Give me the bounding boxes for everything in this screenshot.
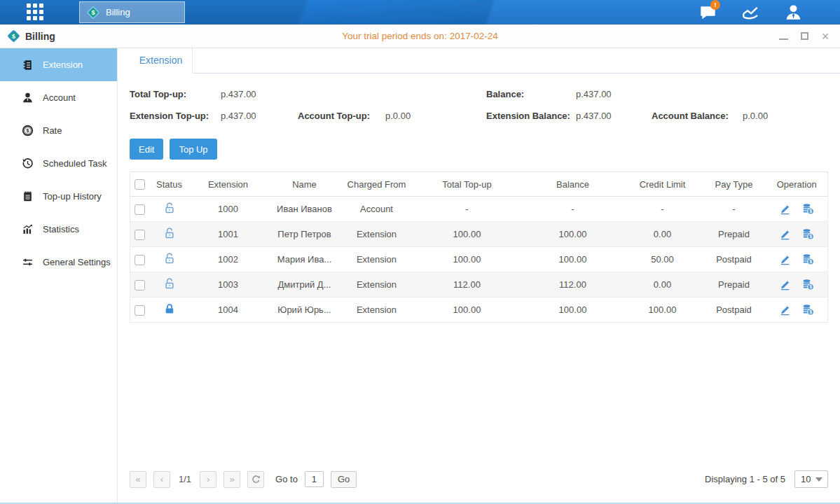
column-header-charged-from: Charged From [342, 172, 412, 197]
row-checkbox[interactable] [135, 204, 145, 215]
sidebar-item-rate[interactable]: $ Rate [0, 114, 117, 147]
sidebar-item-topup-history[interactable]: Top-up History [0, 180, 117, 213]
status-lock-icon [163, 277, 176, 290]
sidebar-item-extension[interactable]: Extension [0, 48, 117, 81]
sidebar-item-account[interactable]: Account [0, 81, 117, 114]
taskbar-tab-billing[interactable]: $ Billing [79, 1, 185, 23]
svg-text:$: $ [809, 234, 812, 239]
balance-summary: Total Top-up: p.437.00 Balance: p.437.00… [118, 74, 840, 127]
top-up-coins-icon[interactable]: $ [801, 227, 815, 241]
table-row: 1000 Иван Иванов Account - - - - $ [130, 197, 828, 222]
svg-text:$: $ [27, 128, 29, 134]
cell-total-topup: 112.00 [412, 272, 523, 298]
desktop-top-bar: $ Billing ! [0, 0, 840, 24]
close-icon[interactable]: × [820, 31, 830, 41]
sidebar-item-general-settings[interactable]: General Settings [0, 246, 117, 279]
extension-page: Extension Total Top-up: p.437.00 Balance… [118, 48, 840, 503]
next-page-button[interactable]: › [200, 471, 216, 488]
cell-charged-from: Extension [342, 222, 412, 247]
cell-credit-limit: 50.00 [624, 247, 702, 272]
svg-text:$: $ [809, 209, 812, 214]
goto-page-input[interactable] [305, 471, 324, 487]
cell-name: Дмитрий Д... [268, 272, 342, 298]
extension-balance-label: Extension Balance: [486, 111, 576, 121]
previous-page-button[interactable]: ‹ [153, 471, 170, 488]
column-header-pay-type: Pay Type [702, 172, 766, 197]
cell-balance: 112.00 [523, 272, 624, 298]
last-page-button[interactable]: » [223, 471, 240, 488]
row-checkbox[interactable] [135, 230, 145, 240]
cell-charged-from: Account [342, 197, 412, 222]
maximize-icon[interactable] [799, 31, 809, 41]
minimize-icon[interactable] [778, 31, 788, 41]
billing-app-window: $ Billing ! [0, 0, 840, 504]
edit-pencil-icon[interactable] [779, 303, 792, 316]
cell-balance: - [523, 197, 624, 222]
cell-balance: 100.00 [523, 247, 624, 272]
column-header-extension: Extension [189, 172, 268, 197]
refresh-button[interactable] [247, 471, 264, 488]
cell-charged-from: Extension [342, 272, 412, 298]
topup-history-notepad-icon [22, 190, 34, 202]
app-launcher-grid-icon[interactable] [27, 4, 46, 21]
cell-balance: 100.00 [523, 298, 624, 323]
first-page-button[interactable]: « [130, 471, 146, 488]
top-up-button[interactable]: Top Up [170, 139, 216, 160]
cell-pay-type: Postpaid [702, 247, 766, 272]
table-row: 1003 Дмитрий Д... Extension 112.00 112.0… [130, 272, 828, 298]
column-header-name: Name [268, 172, 342, 197]
table-row: 1001 Петр Петров Extension 100.00 100.00… [130, 222, 828, 247]
user-account-icon[interactable] [783, 2, 804, 23]
row-checkbox[interactable] [135, 280, 145, 290]
cell-extension: 1004 [189, 298, 268, 323]
edit-pencil-icon[interactable] [779, 253, 792, 266]
cell-extension: 1003 [189, 272, 268, 298]
account-balance-value: p.0.00 [743, 111, 768, 121]
tab-extension[interactable]: Extension [130, 48, 193, 74]
cell-total-topup: 100.00 [412, 222, 523, 247]
account-topup-label: Account Top-up: [298, 111, 385, 121]
edit-pencil-icon[interactable] [779, 202, 792, 216]
displaying-range-text: Displaying 1 - 5 of 5 [705, 474, 785, 484]
top-up-coins-icon[interactable]: $ [801, 253, 815, 266]
reports-chart-icon[interactable] [740, 2, 761, 23]
page-size-value: 10 [795, 474, 815, 484]
cell-extension: 1001 [189, 222, 268, 247]
trial-period-message: Your trial period ends on: 2017-02-24 [0, 31, 840, 41]
edit-button[interactable]: Edit [130, 139, 163, 160]
cell-pay-type: Prepaid [702, 222, 766, 247]
sidebar-item-scheduled-task[interactable]: Scheduled Task [0, 147, 117, 180]
row-checkbox[interactable] [135, 255, 145, 265]
cell-pay-type: Prepaid [702, 272, 766, 298]
row-checkbox[interactable] [135, 305, 145, 316]
sidebar-item-statistics[interactable]: Statistics [0, 213, 117, 246]
column-header-total-topup: Total Top-up [412, 172, 523, 197]
page-size-select[interactable]: 10 [794, 470, 828, 488]
status-lock-icon [163, 252, 176, 265]
column-header-credit-limit: Credit Limit [624, 172, 702, 197]
top-up-coins-icon[interactable]: $ [801, 202, 815, 216]
top-up-coins-icon[interactable]: $ [801, 278, 815, 291]
status-lock-icon [163, 302, 176, 316]
statistics-chart-icon [22, 223, 34, 235]
total-topup-value: p.437.00 [221, 89, 256, 99]
cell-credit-limit: - [624, 197, 702, 222]
top-up-coins-icon[interactable]: $ [801, 303, 815, 316]
edit-pencil-icon[interactable] [779, 278, 792, 291]
edit-pencil-icon[interactable] [779, 227, 792, 241]
extensions-table: Status Extension Name Charged From Total… [130, 172, 828, 323]
table-row: 1004 Юрий Юрь... Extension 100.00 100.00… [130, 298, 828, 323]
notifications-chat-icon[interactable]: ! [697, 2, 718, 23]
select-all-checkbox[interactable] [135, 179, 145, 190]
cell-extension: 1002 [189, 247, 268, 272]
chevron-down-icon [815, 477, 822, 482]
extension-topup-label: Extension Top-up: [130, 111, 221, 121]
goto-label: Go to [275, 474, 298, 484]
sidebar-item-label: General Settings [43, 257, 111, 267]
go-button[interactable]: Go [331, 471, 357, 488]
cell-charged-from: Extension [342, 247, 412, 272]
cell-pay-type: - [702, 197, 766, 222]
cell-total-topup: - [412, 197, 523, 222]
table-header-row: Status Extension Name Charged From Total… [130, 172, 828, 197]
notification-badge: ! [710, 0, 720, 10]
